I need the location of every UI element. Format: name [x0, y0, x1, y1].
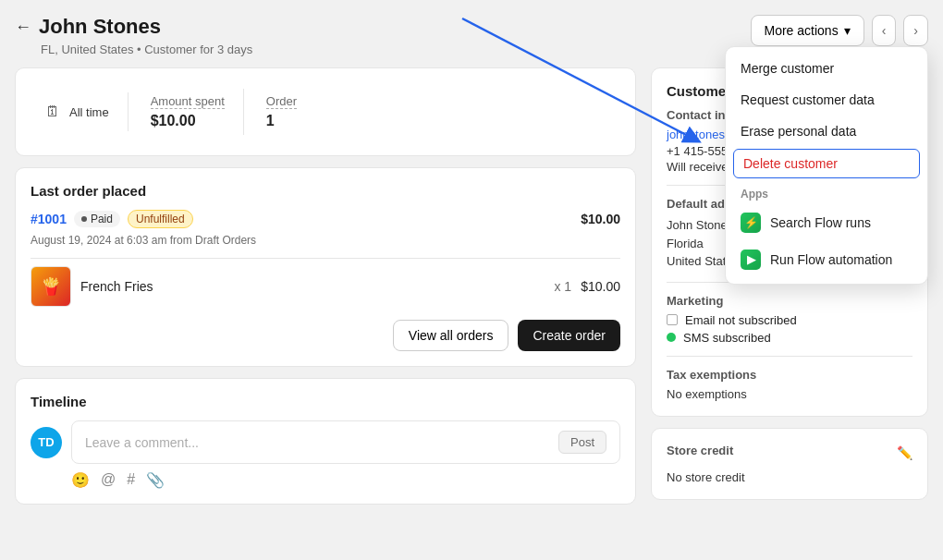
mention-icon[interactable]: @	[101, 471, 116, 489]
run-flow-label: Run Flow automation	[770, 252, 892, 267]
store-credit-header: Store credit ✏️	[667, 444, 912, 463]
post-comment-button[interactable]: Post	[558, 431, 606, 454]
sms-dot	[667, 333, 676, 342]
item-qty: x 1	[554, 279, 571, 294]
more-actions-label: More actions	[765, 23, 839, 38]
comment-input[interactable]: Leave a comment... Post	[71, 420, 620, 464]
order-card: Last order placed #1001 Paid Unfulfilled…	[15, 167, 636, 367]
search-flow-label: Search Flow runs	[770, 215, 871, 230]
unfulfilled-label: Unfulfilled	[136, 213, 185, 225]
header-left: ← John Stones FL, United States • Custom…	[15, 15, 252, 56]
order-date: August 19, 2024 at 6:03 am from Draft Or…	[31, 234, 620, 247]
page-title: John Stones	[39, 15, 161, 39]
search-flow-item[interactable]: ⚡ Search Flow runs	[726, 204, 927, 241]
store-credit-card: Store credit ✏️ No store credit	[651, 428, 928, 500]
sms-marketing-item: SMS subscribed	[667, 331, 912, 345]
paid-label: Paid	[91, 213, 113, 225]
header-actions: More actions ▾ ‹ ›	[751, 15, 929, 46]
item-image: 🍟	[31, 266, 71, 307]
paid-dot	[81, 216, 87, 222]
back-title-row: ← John Stones	[15, 15, 252, 39]
delete-customer-item[interactable]: Delete customer	[733, 149, 920, 178]
timeline-toolbar: 🙂 @ # 📎	[71, 471, 620, 489]
all-time-label: All time	[69, 105, 109, 119]
timeline-card: Timeline TD Leave a comment... Post 🙂 @ …	[15, 378, 636, 505]
order-actions: View all orders Create order	[31, 320, 620, 351]
merge-customer-item[interactable]: Merge customer	[726, 53, 927, 84]
email-marketing-checkbox	[667, 314, 678, 325]
order-header: #1001 Paid Unfulfilled $10.00	[31, 210, 620, 228]
store-credit-title: Store credit	[667, 444, 733, 457]
request-data-item[interactable]: Request customer data	[726, 84, 927, 116]
calendar-icon: 🗓	[45, 103, 60, 120]
section-divider-3	[667, 356, 912, 357]
comment-placeholder: Leave a comment...	[85, 435, 199, 450]
amount-stat: Amount spent $10.00	[129, 83, 243, 140]
marketing-title: Marketing	[667, 294, 912, 308]
attachment-icon[interactable]: 📎	[146, 471, 165, 489]
timeline-title: Timeline	[31, 394, 620, 409]
order-total: $10.00	[581, 212, 620, 226]
timeline-input-row: TD Leave a comment... Post	[31, 420, 620, 464]
run-flow-icon: ▶	[741, 250, 761, 270]
item-price: $10.00	[581, 279, 620, 294]
order-item-row: 🍟 French Fries x 1 $10.00	[31, 266, 620, 307]
order-card-title: Last order placed	[31, 183, 620, 199]
back-button[interactable]: ←	[15, 18, 31, 37]
apps-section-label: Apps	[726, 180, 927, 204]
emoji-icon[interactable]: 🙂	[71, 471, 90, 489]
chevron-down-icon: ▾	[844, 23, 851, 38]
more-actions-button[interactable]: More actions ▾	[751, 15, 864, 46]
avatar: TD	[31, 427, 62, 458]
order-id-link[interactable]: #1001	[31, 212, 67, 226]
order-divider	[31, 258, 620, 259]
tax-value: No exemptions	[667, 387, 912, 401]
page-subtitle: FL, United States • Customer for 3 days	[41, 43, 252, 56]
item-name: French Fries	[80, 279, 545, 294]
dropdown-menu: Merge customer Request customer data Era…	[725, 46, 928, 285]
order-label: Order	[266, 94, 297, 109]
stats-card: 🗓 All time Amount spent $10.00 Order 1	[15, 67, 636, 156]
hashtag-icon[interactable]: #	[127, 471, 135, 489]
email-marketing-item: Email not subscribed	[667, 313, 912, 327]
left-column: 🗓 All time Amount spent $10.00 Order 1 L…	[15, 67, 636, 545]
store-credit-value: No store credit	[667, 470, 912, 484]
erase-data-item[interactable]: Erase personal data	[726, 116, 927, 147]
tax-title: Tax exemptions	[667, 368, 912, 382]
order-value: 1	[266, 113, 297, 129]
nav-prev-button[interactable]: ‹	[872, 15, 897, 46]
all-time-stat: 🗓 All time	[31, 92, 129, 131]
amount-label: Amount spent	[151, 94, 225, 109]
create-order-button[interactable]: Create order	[518, 320, 620, 351]
order-stat: Order 1	[244, 83, 315, 140]
run-flow-item[interactable]: ▶ Run Flow automation	[726, 241, 927, 278]
email-marketing-label: Email not subscribed	[685, 313, 797, 327]
amount-value: $10.00	[151, 113, 225, 129]
search-flow-icon: ⚡	[741, 213, 761, 233]
unfulfilled-badge: Unfulfilled	[128, 210, 193, 228]
sms-marketing-label: SMS subscribed	[683, 331, 771, 345]
view-all-orders-button[interactable]: View all orders	[393, 320, 509, 351]
edit-icon[interactable]: ✏️	[897, 445, 912, 460]
nav-next-button[interactable]: ›	[903, 15, 928, 46]
paid-badge: Paid	[74, 211, 120, 227]
